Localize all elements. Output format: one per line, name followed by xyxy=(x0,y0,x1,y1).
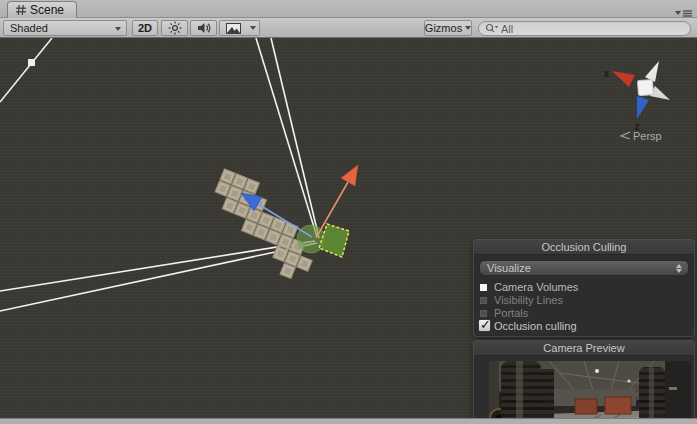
tab-menu-icon[interactable] xyxy=(675,9,693,18)
scene-grid-icon xyxy=(16,5,26,15)
axis-cone-up[interactable] xyxy=(645,61,659,82)
checkbox-checked-icon[interactable]: ✓ xyxy=(478,319,491,332)
volume-corner-handle[interactable] xyxy=(28,59,35,66)
axis-x-label: x xyxy=(603,68,609,79)
toggle-2d-button[interactable]: 2D xyxy=(132,20,158,36)
popup-updown-icon xyxy=(676,264,682,273)
scene-audio-button[interactable] xyxy=(190,20,217,36)
vis-item-label: Visibility Lines xyxy=(494,294,563,306)
vis-item-label: Portals xyxy=(494,307,528,319)
tab-scene[interactable]: Scene xyxy=(7,1,77,18)
vis-item-visibility-lines[interactable]: Visibility Lines xyxy=(480,294,563,306)
axis-cube[interactable] xyxy=(637,80,653,96)
occlusion-culling-panel: Occlusion Culling Visualize Camera Volum… xyxy=(474,240,694,336)
chevron-down-icon xyxy=(465,26,471,30)
scene-view-window: Scene Shaded 2D xyxy=(0,0,697,424)
scene-effects-dropdown[interactable] xyxy=(246,20,260,36)
camera-preview-header: Camera Preview xyxy=(474,341,694,356)
tab-bar: Scene xyxy=(0,0,697,18)
scene-viewport[interactable]: x z Persp Occlusion Culling Visualize Ca… xyxy=(0,38,697,418)
toggle-2d-label: 2D xyxy=(138,22,152,34)
scene-search-field[interactable] xyxy=(478,21,691,36)
swatch-off-icon xyxy=(480,297,487,304)
audio-speaker-icon xyxy=(197,22,211,34)
axis-cone-x[interactable] xyxy=(612,71,635,87)
vis-item-camera-volumes[interactable]: Camera Volumes xyxy=(480,281,578,293)
orientation-gizmo[interactable]: x z Persp xyxy=(603,61,670,142)
persp-icon xyxy=(621,132,630,139)
occlusion-panel-header: Occlusion Culling xyxy=(474,240,694,255)
projection-label[interactable]: Persp xyxy=(633,130,662,142)
occlusion-portal-quad[interactable] xyxy=(319,224,349,257)
axis-cone-z[interactable] xyxy=(637,96,649,119)
scene-effects-button[interactable] xyxy=(219,20,247,36)
checkmark-icon: ✓ xyxy=(480,317,491,332)
search-icon xyxy=(485,23,498,34)
chevron-down-icon xyxy=(115,27,121,31)
visualize-mode-label: Visualize xyxy=(487,262,531,274)
camera-preview-panel: Camera Preview xyxy=(474,341,694,424)
chevron-down-icon xyxy=(250,26,256,30)
swatch-on-icon xyxy=(480,284,487,291)
gizmos-dropdown[interactable]: Gizmos xyxy=(424,20,472,36)
camera-preview-image xyxy=(489,361,691,424)
effects-image-icon xyxy=(226,23,241,34)
camera-preview-title: Camera Preview xyxy=(543,342,624,354)
occlusion-culling-toggle[interactable]: ✓ Occlusion culling xyxy=(478,319,577,332)
visualize-mode-dropdown[interactable]: Visualize xyxy=(479,260,689,276)
occlusion-panel-title: Occlusion Culling xyxy=(542,241,627,253)
search-input[interactable] xyxy=(501,23,661,35)
shading-mode-label: Shaded xyxy=(10,22,48,34)
scene-lighting-button[interactable] xyxy=(161,20,188,36)
tab-title: Scene xyxy=(30,3,64,17)
camera-volume-lines xyxy=(0,38,319,311)
window-bottom-edge xyxy=(0,418,697,424)
vis-item-label: Camera Volumes xyxy=(494,281,578,293)
shading-mode-dropdown[interactable]: Shaded xyxy=(3,20,127,36)
scene-toolbar: Shaded 2D xyxy=(0,18,697,38)
lighting-sun-icon xyxy=(168,21,182,35)
gizmos-label: Gizmos xyxy=(425,22,462,34)
occlusion-toggle-label: Occlusion culling xyxy=(494,320,577,332)
swatch-off-icon xyxy=(480,310,487,317)
